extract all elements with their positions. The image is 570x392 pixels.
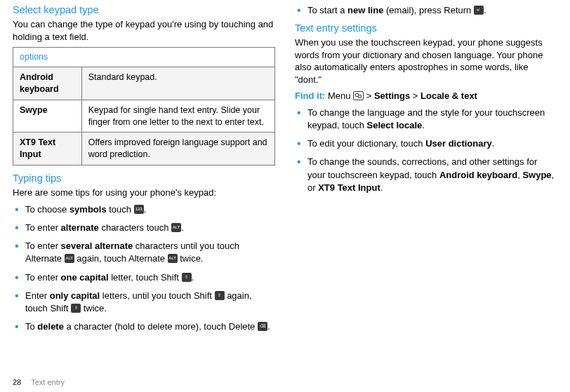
table-header: options	[13, 48, 275, 67]
table-row: XT9 Text Input Offers improved foreign l…	[13, 133, 275, 165]
page-footer: 28Text entry	[13, 378, 65, 386]
key-shift-icon: ⇧	[215, 291, 225, 300]
row2-desc: Offers improved foreign language support…	[81, 133, 274, 165]
heading-text-entry-settings: Text entry settings	[295, 22, 557, 34]
tips-list: To choose symbols touch 123. To enter al…	[13, 203, 275, 334]
options-table: options Android keyboard Standard keypad…	[13, 47, 275, 165]
key-num-icon: 123	[134, 205, 144, 214]
row1-name: Swype	[20, 105, 48, 115]
heading-typing-tips: Typing tips	[13, 173, 275, 184]
key-alt-icon: ALT	[171, 223, 181, 232]
heading-select-keypad: Select keypad type	[13, 4, 275, 15]
list-item: To enter alternate characters touch ALT.	[13, 222, 275, 234]
row2-name: XT9 Text Input	[20, 137, 55, 159]
section-name: Text entry	[31, 378, 65, 386]
row0-desc: Standard keypad.	[81, 67, 274, 100]
list-item: To delete a character (hold to delete mo…	[13, 320, 275, 333]
list-item: Enter only capital letters, until you to…	[13, 290, 275, 315]
list-item: To start a new line (email), press Retur…	[295, 4, 557, 17]
key-alt-icon: ALT	[65, 254, 74, 263]
intro-paragraph: You can change the type of keypad you're…	[13, 18, 275, 43]
findit-line: Find it: Menu > Settings > Locale & text	[295, 90, 557, 102]
menu-icon	[353, 91, 364, 100]
list-item: To enter several alternate characters un…	[13, 240, 275, 265]
key-shift-icon: ⇧	[71, 304, 81, 313]
table-row: Android keyboard Standard keypad.	[13, 67, 275, 100]
key-enter-icon: ↵	[474, 6, 484, 15]
row0-name: Android keyboard	[20, 72, 59, 94]
list-item: To enter one capital letter, touch Shift…	[13, 271, 275, 284]
tips-intro: Here are some tips for using your phone'…	[13, 187, 275, 199]
findit-label: Find it:	[295, 90, 325, 101]
key-delete-icon: ⌫	[258, 322, 267, 331]
settings-list: To change the language and the style for…	[295, 107, 557, 194]
list-item: To choose symbols touch 123.	[13, 203, 275, 216]
key-alt-icon: ALT	[168, 254, 178, 263]
key-shift-icon: ⇧	[182, 273, 192, 282]
top-list: To start a new line (email), press Retur…	[295, 4, 557, 17]
page-number: 28	[13, 378, 21, 386]
list-item: To edit your dictionary, touch User dict…	[295, 137, 557, 150]
table-row: Swype Keypad for single hand text entry.…	[13, 100, 275, 133]
settings-paragraph: When you use the touchscreen keypad, you…	[295, 36, 557, 86]
row1-desc: Keypad for single hand text entry. Slide…	[81, 100, 274, 133]
list-item: To change the language and the style for…	[295, 107, 557, 132]
list-item: To change the sounds, corrections, and o…	[295, 156, 557, 194]
